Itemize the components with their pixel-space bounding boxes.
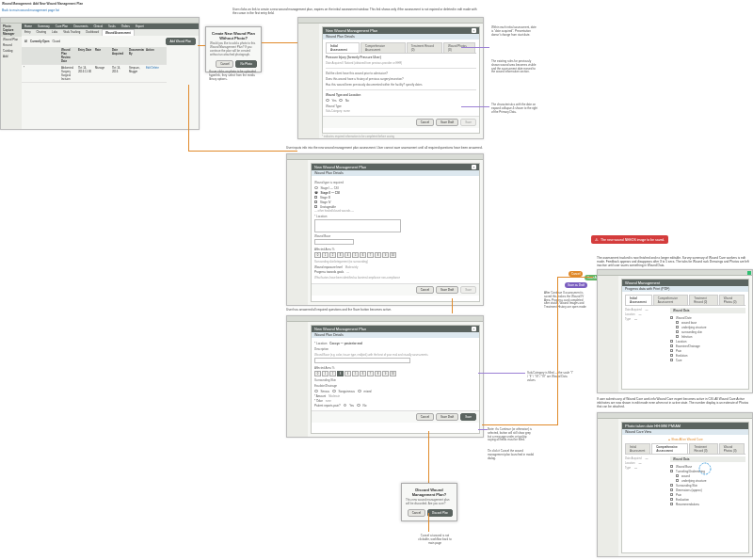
row-cell: Oct 14, 2016 11:00: [76, 65, 93, 83]
alert-text: The new wound NEEDS image to be saved.: [601, 238, 665, 242]
checkbox[interactable]: [676, 330, 679, 333]
sidebar-item-photo[interactable]: Photo Capture Manager: [1, 24, 22, 37]
filter-all[interactable]: All: [24, 40, 27, 43]
row-actions[interactable]: Edit Delete: [144, 65, 167, 83]
save-draft-button[interactable]: Save Draft: [436, 413, 458, 421]
panel1-screen: New Wound Management Plan× Wound Plan De…: [297, 17, 484, 139]
tab-photos[interactable]: Wound Photos (0): [443, 42, 475, 53]
v: —: [646, 456, 649, 460]
cancel-button[interactable]: Cancel: [416, 286, 434, 294]
tab-treatment[interactable]: Treatment Record (0): [689, 295, 718, 305]
row-link[interactable]: Abdominal Surgery Surgical Incision: [59, 65, 76, 83]
save-draft-button[interactable]: Save Draft: [436, 286, 458, 294]
radio-ex[interactable]: [332, 390, 336, 393]
filter-closed[interactable]: Closed: [52, 40, 60, 43]
radio-y[interactable]: [344, 404, 347, 408]
checkbox[interactable]: [670, 488, 673, 491]
tab-comprehensive[interactable]: Comprehensive Assessment: [653, 295, 688, 305]
tab-treatment[interactable]: Treatment Record (0): [407, 42, 442, 53]
tab-initial[interactable]: Initial Assessment: [326, 42, 360, 53]
label-area: Affected Area %: [314, 248, 476, 251]
wbase-input[interactable]: [314, 358, 410, 363]
subtab-dashboard[interactable]: Dashboard: [83, 29, 102, 36]
opt: Serous: [321, 390, 330, 393]
radio-n[interactable]: [357, 404, 360, 408]
save-button[interactable]: Save: [460, 413, 476, 421]
checkbox[interactable]: [676, 479, 679, 482]
checkbox[interactable]: [676, 321, 679, 324]
tab-initial[interactable]: Initial Assessment: [625, 295, 652, 305]
radio-ex[interactable]: [314, 390, 318, 393]
sidebar-item-add[interactable]: Add: [1, 54, 22, 59]
filter-open[interactable]: Currently Open: [30, 40, 49, 43]
area-scale[interactable]: 012345678910: [314, 371, 396, 376]
checkbox-opt[interactable]: [314, 205, 317, 208]
checkbox[interactable]: [670, 354, 673, 357]
checkbox[interactable]: [670, 349, 673, 352]
checkbox-opt[interactable]: [314, 200, 317, 203]
cancel-button[interactable]: Cancel: [416, 413, 434, 421]
radio-opt[interactable]: [314, 191, 318, 195]
tab-photos[interactable]: Wound Photos (0): [719, 295, 745, 305]
subtab-vitals[interactable]: Vitals Tracking: [60, 29, 83, 36]
checkbox[interactable]: [676, 335, 679, 338]
connector: [428, 513, 429, 532]
radio-ex[interactable]: [358, 390, 361, 393]
radio-yes[interactable]: [326, 99, 329, 103]
close-icon[interactable]: ×: [472, 327, 476, 331]
modal-confirm-button[interactable]: No Photo: [235, 60, 257, 68]
checkbox[interactable]: [670, 359, 673, 361]
opt: Stage I — CSI: [321, 186, 339, 190]
subtab-labs[interactable]: Labs: [49, 29, 60, 36]
back-link[interactable]: Back to main wound management page list: [2, 8, 59, 12]
connector: [461, 47, 489, 48]
show-all-link[interactable]: Show All on Wound Care: [671, 438, 702, 441]
checkbox-opt[interactable]: [314, 196, 317, 199]
tab-comprehensive[interactable]: Comprehensive Assessment: [651, 443, 688, 454]
checkbox[interactable]: [670, 465, 673, 468]
tab-treatment[interactable]: Treatment Record (0): [689, 443, 717, 454]
label-primary: Pressure Injury (formerly Pressure Ulcer…: [326, 56, 476, 59]
checkbox[interactable]: [670, 484, 673, 487]
modal-confirm-button[interactable]: Discard Plan: [427, 509, 453, 517]
area-scale[interactable]: 012345678910: [314, 252, 396, 258]
wbase-input[interactable]: [314, 239, 354, 245]
save-button-disabled: Save: [460, 119, 476, 126]
tab-photos[interactable]: Wound Photos (0): [719, 443, 745, 454]
modal-cancel-button[interactable]: Cancel: [216, 60, 233, 68]
save-draft-button[interactable]: Save Draft: [436, 119, 458, 126]
checkbox[interactable]: [670, 493, 673, 496]
subtab-charting[interactable]: Charting: [34, 29, 50, 36]
cancel-button[interactable]: Cancel: [416, 119, 434, 126]
location-textarea[interactable]: [314, 219, 401, 232]
checkbox[interactable]: [670, 503, 673, 505]
radio-opt[interactable]: [314, 186, 318, 190]
opt-n: No: [363, 404, 367, 408]
close-icon[interactable]: ×: [472, 165, 476, 169]
label-wtype: Wound Type: [326, 104, 476, 108]
checkbox[interactable]: [670, 340, 673, 343]
modal-cancel-button[interactable]: Cancel: [408, 509, 425, 517]
col-date: Date Acquired: [110, 47, 127, 65]
checkbox[interactable]: [670, 470, 673, 472]
opt-note: — other healed/closed wounds —: [314, 209, 476, 213]
val-odor: none: [326, 399, 331, 403]
subtab-entry[interactable]: Entry: [22, 29, 34, 36]
subtab-wound[interactable]: Wound Assessment: [102, 29, 135, 36]
li: Wound Base: [676, 465, 692, 469]
tab-comprehensive[interactable]: Comprehensive Assessment: [360, 42, 406, 53]
k: Date Acquired: [625, 456, 642, 460]
checkbox[interactable]: [676, 474, 679, 477]
note-right2: If user submits any of Wound Care work i…: [597, 397, 751, 408]
add-wound-button[interactable]: Add Wound Plan: [166, 38, 196, 45]
radio-no[interactable]: [339, 99, 343, 103]
checkbox[interactable]: [670, 344, 673, 347]
label-edge: Surrounding skin/integument (no surround…: [314, 260, 476, 264]
col-plan: Wound Plan Review Date: [59, 47, 76, 65]
tab-export[interactable]: Export: [133, 24, 147, 29]
checkbox[interactable]: [670, 316, 673, 319]
close-icon[interactable]: ×: [472, 28, 476, 33]
checkbox[interactable]: [670, 498, 673, 501]
checkbox[interactable]: [676, 326, 679, 328]
tab-initial[interactable]: Initial Assessment: [625, 443, 650, 454]
